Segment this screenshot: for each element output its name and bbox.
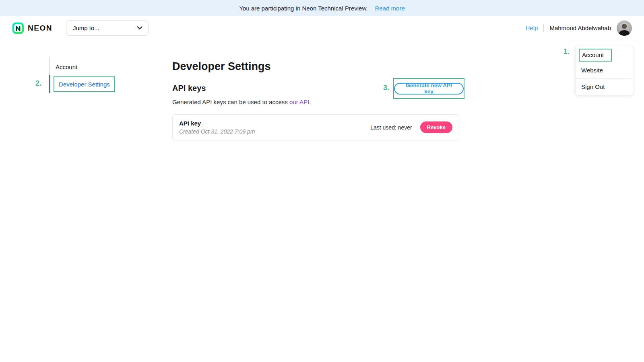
avatar[interactable]	[617, 21, 632, 36]
banner-text: You are participating in Neon Technical …	[239, 5, 367, 12]
annotation-step-2: 2.	[35, 79, 41, 88]
description-suffix: .	[309, 99, 311, 105]
annotation-step-3: 3.	[383, 84, 389, 92]
sidebar-item-developer-settings-label: Developer Settings	[54, 77, 114, 91]
annotation-step-1: 1.	[564, 47, 570, 56]
user-name: Mahmoud Abdelwahab	[549, 25, 611, 31]
api-key-card-right: Last used: never Revoke	[370, 121, 452, 133]
menu-item-sign-out[interactable]: Sign Out	[576, 79, 633, 95]
revoke-button[interactable]: Revoke	[420, 121, 452, 133]
api-keys-section-title: API keys	[172, 84, 206, 93]
api-key-info: API key Created Oct 31, 2022 7:09 pm	[179, 120, 255, 135]
generate-api-key-button[interactable]: Generate new API key	[394, 83, 464, 95]
header-divider	[543, 24, 544, 32]
jump-to-dropdown[interactable]: Jump to...	[66, 21, 149, 36]
read-more-link[interactable]: Read more	[375, 5, 405, 12]
chevron-down-icon	[137, 26, 142, 30]
our-api-link[interactable]: our API	[289, 99, 309, 105]
neon-logo-icon	[12, 22, 24, 34]
jump-to-label: Jump to...	[73, 25, 99, 31]
api-keys-description: Generated API keys can be used to access…	[172, 99, 311, 105]
app-header: NEON Jump to... Help Mahmoud Abdelwahab	[0, 16, 644, 40]
annotation-box-generate-button: Generate new API key	[393, 78, 464, 99]
annotation-box-account: Account	[579, 49, 612, 62]
page-title: Developer Settings	[172, 60, 271, 73]
description-prefix: Generated API keys can be used to access	[172, 99, 289, 105]
api-key-name: API key	[179, 120, 255, 127]
api-key-last-used: Last used: never	[370, 124, 412, 131]
sidebar-item-account[interactable]: Account	[49, 58, 77, 76]
help-link[interactable]: Help	[526, 25, 538, 31]
menu-item-account-label: Account	[582, 51, 604, 58]
neon-wordmark: NEON	[28, 24, 52, 33]
api-key-created: Created Oct 31, 2022 7:09 pm	[179, 128, 255, 135]
menu-item-account[interactable]: Account	[579, 49, 633, 62]
annotation-box-developer-settings: Developer Settings	[54, 76, 115, 92]
api-key-card: API key Created Oct 31, 2022 7:09 pm Las…	[172, 114, 459, 140]
menu-item-website[interactable]: Website	[576, 63, 633, 78]
sidebar-item-developer-settings[interactable]: Developer Settings	[49, 75, 115, 93]
header-right: Help Mahmoud Abdelwahab	[526, 21, 632, 36]
neon-console-screen: You are participating in Neon Technical …	[0, 0, 644, 362]
technical-preview-banner: You are participating in Neon Technical …	[0, 0, 644, 16]
neon-logo[interactable]: NEON	[12, 22, 52, 34]
user-menu: Account Website Sign Out	[575, 46, 633, 95]
